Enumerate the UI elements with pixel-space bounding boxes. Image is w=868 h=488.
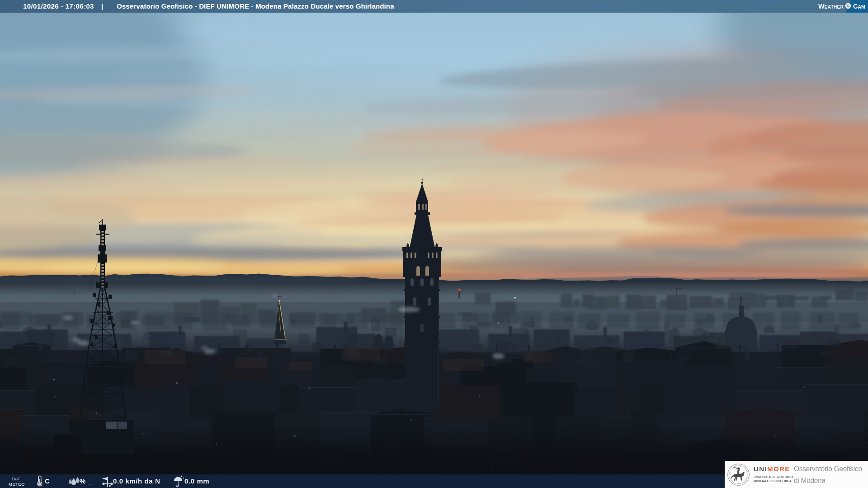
svg-text:1175: 1175: [736, 483, 741, 485]
